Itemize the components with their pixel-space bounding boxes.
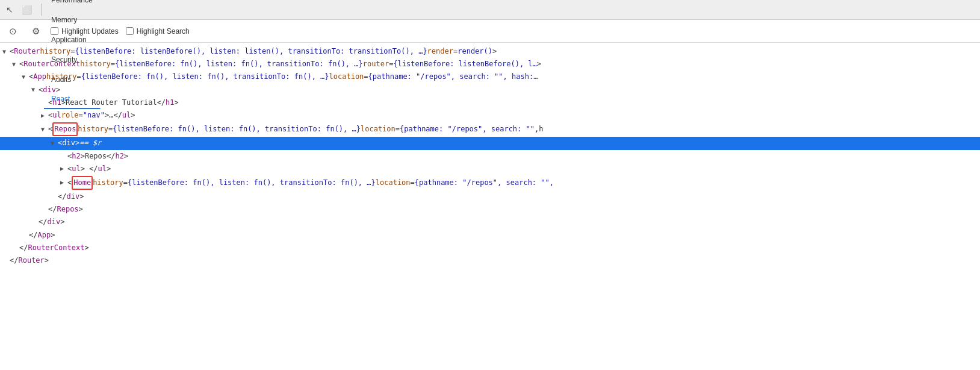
highlighted-tag-name: Home — [73, 178, 91, 187]
tree-line[interactable]: </Repos> — [0, 203, 980, 216]
attr-name: history — [93, 177, 123, 189]
tag-bracket: < — [67, 163, 72, 175]
tree-line[interactable]: <RouterContext history={listenBefore: fn… — [0, 58, 980, 71]
tree-line[interactable]: <App history={listenBefore: fn(), listen… — [0, 71, 980, 83]
plain-text: > — [175, 97, 179, 108]
tag-name: h2 — [72, 151, 80, 162]
tag-name: div — [62, 137, 75, 149]
tree-line[interactable]: <Home history={listenBefore: fn(), liste… — [0, 175, 980, 190]
equals-sign: = — [389, 58, 393, 70]
tag-name: ul — [72, 163, 80, 175]
tree-line[interactable]: <h2>Repos</h2> — [0, 150, 980, 163]
attr-value: "nav" — [83, 110, 105, 121]
plain-text: > — [492, 46, 497, 57]
tag-bracket: < — [10, 46, 14, 57]
tree-toggle[interactable] — [31, 85, 39, 95]
tag-bracket: < — [58, 137, 62, 149]
tree-content: <Router history={listenBefore: listenBef… — [0, 43, 980, 370]
tag-bracket: < — [67, 151, 72, 162]
highlight-search-text: Highlight Search — [137, 27, 190, 36]
equals-sign: = — [108, 124, 113, 135]
attr-name: router — [363, 58, 389, 70]
equals-sign: = — [395, 124, 400, 135]
tree-line[interactable]: <div> == $r — [0, 137, 980, 149]
equals-sign: = — [123, 177, 128, 189]
plain-text: >Repos</ — [81, 151, 116, 162]
toolbar: ⊙ ⚙ Highlight Updates Highlight Search — [0, 20, 980, 43]
attr-name: location — [376, 177, 411, 189]
inspect-icon[interactable]: ⬜ — [19, 2, 34, 17]
plain-text: > — [79, 191, 84, 202]
tree-toggle[interactable] — [41, 111, 48, 121]
attr-name: location — [361, 124, 395, 135]
plain-text: >…</ — [105, 110, 122, 121]
plain-text: >React Router Tutorial</ — [61, 97, 166, 108]
highlight-search-label[interactable]: Highlight Search — [126, 27, 190, 36]
settings-icon[interactable]: ⚙ — [28, 24, 43, 39]
plain-text: > — [79, 204, 83, 215]
tag-name: ul — [98, 163, 107, 175]
tree-line[interactable]: <h1>React Router Tutorial</h1> — [0, 96, 980, 109]
attr-value: {pathname: "/repos", search: "", — [400, 124, 539, 135]
tree-line[interactable]: </Router> — [0, 254, 980, 267]
highlight-updates-checkbox[interactable] — [51, 27, 58, 35]
tag-bracket: </ — [39, 216, 47, 228]
tag-bracket: </ — [10, 255, 18, 266]
tag-bracket: < — [19, 58, 23, 70]
tag-bracket: </ — [19, 242, 28, 254]
equals-sign: = — [79, 110, 83, 121]
tree-toggle[interactable] — [41, 125, 48, 134]
tree-line[interactable]: <Router history={listenBefore: listenBef… — [0, 45, 980, 58]
tree-line[interactable]: </App> — [0, 229, 980, 242]
dom-ref: == $r — [79, 137, 101, 149]
tag-name: Repos — [57, 204, 78, 215]
tag-name: h1 — [166, 97, 174, 108]
equals-sign: = — [111, 58, 115, 70]
tree-toggle[interactable] — [12, 60, 19, 69]
tag-name: App — [37, 230, 51, 241]
tree-toggle[interactable] — [60, 164, 67, 174]
tab-bar: ↖ ⬜ ElementsConsoleSourcesNetworkPerform… — [0, 0, 980, 20]
tag-name: ul — [52, 110, 61, 121]
attr-value: {listenBefore: listenBefore(), l… — [393, 58, 536, 70]
plain-text: > — [56, 84, 60, 96]
attr-value: {listenBefore: fn(), listen: fn(), trans… — [115, 58, 363, 70]
tree-line[interactable]: <div> — [0, 84, 980, 96]
tree-toggle[interactable] — [22, 72, 29, 82]
highlighted-tag-name: Repos — [54, 125, 76, 133]
target-icon[interactable]: ⊙ — [5, 24, 20, 39]
devtools-root: ↖ ⬜ ElementsConsoleSourcesNetworkPerform… — [0, 0, 980, 370]
tree-line[interactable]: </RouterContext> — [0, 242, 980, 254]
attr-value: {listenBefore: fn(), listen: fn(), trans… — [81, 71, 329, 83]
tree-toggle[interactable] — [60, 178, 67, 187]
attr-value: render() — [457, 46, 492, 57]
equals-sign: = — [70, 46, 75, 57]
tree-toggle[interactable] — [2, 47, 10, 57]
attr-value: {listenBefore: listenBefore(), listen: l… — [75, 46, 427, 57]
tag-name: Router — [14, 46, 40, 57]
tag-name: div — [66, 191, 79, 202]
highlight-search-checkbox[interactable] — [126, 27, 134, 35]
plain-text: > — [75, 137, 79, 149]
tree-line[interactable]: <Repos history={listenBefore: fn(), list… — [0, 122, 980, 137]
tree-line[interactable]: <ul> </ul> — [0, 163, 980, 175]
tree-line[interactable]: </div> — [0, 190, 980, 203]
tab-performance[interactable]: Performance — [44, 0, 101, 10]
tree-line[interactable]: <ul role="nav">…</ul> — [0, 109, 980, 122]
tree-line[interactable]: </div> — [0, 216, 980, 228]
tab-divider — [41, 4, 42, 16]
tag-name: h2 — [115, 151, 123, 162]
attr-name: history — [80, 58, 111, 70]
equals-sign: = — [77, 71, 81, 83]
highlight-updates-label[interactable]: Highlight Updates — [51, 27, 119, 36]
attr-name: history — [40, 46, 71, 57]
tag-bracket: < — [67, 177, 72, 189]
attr-value: {listenBefore: fn(), listen: fn(), trans… — [113, 124, 361, 135]
equals-sign: = — [364, 71, 368, 83]
plain-text: > — [124, 151, 128, 162]
tree-toggle[interactable] — [51, 139, 58, 148]
cursor-icon[interactable]: ↖ — [2, 2, 17, 17]
plain-text: > — [51, 230, 55, 241]
plain-text: > — [537, 58, 541, 70]
tag-bracket: </ — [29, 230, 37, 241]
